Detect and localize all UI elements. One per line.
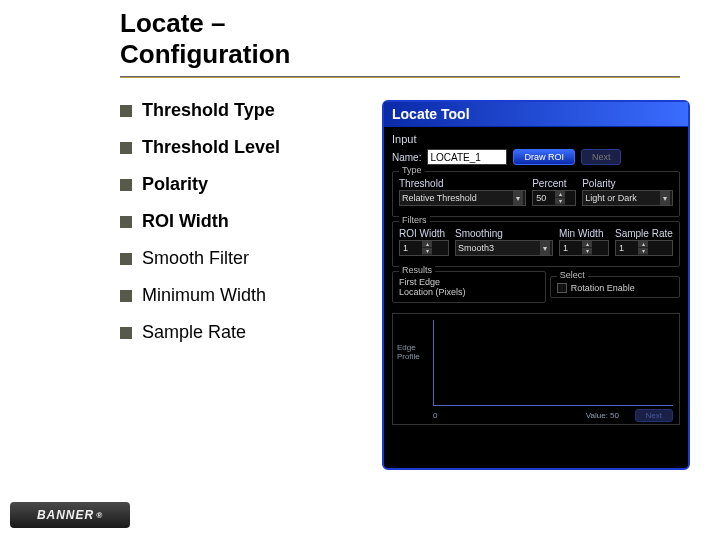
chevron-up-icon: ▴ xyxy=(422,241,432,248)
smoothing-value: Smooth3 xyxy=(458,243,494,253)
input-label: Input xyxy=(392,133,680,145)
threshold-label: Threshold xyxy=(399,178,526,189)
type-group: Type Threshold Relative Threshold ▾ Perc… xyxy=(392,171,680,217)
filters-group-title: Filters xyxy=(399,215,430,225)
bullet-text: Minimum Width xyxy=(142,285,266,306)
bullet-roi-width: ROI Width xyxy=(120,211,280,232)
graph-xzero: 0 xyxy=(433,411,437,420)
bullet-text: Sample Rate xyxy=(142,322,246,343)
bullet-smooth-filter: Smooth Filter xyxy=(120,248,280,269)
name-input[interactable] xyxy=(427,149,507,165)
chevron-down-icon: ▾ xyxy=(582,248,592,255)
rotation-enable-label: Rotation Enable xyxy=(571,283,635,293)
registered-icon: ® xyxy=(96,511,103,520)
percent-stepper[interactable]: 50 ▴▾ xyxy=(532,190,576,206)
sample-rate-stepper[interactable]: 1 ▴▾ xyxy=(615,240,673,256)
name-label: Name: xyxy=(392,152,421,163)
bullet-text: Threshold Type xyxy=(142,100,275,121)
title-line-2: Configuration xyxy=(120,39,290,69)
bullet-icon xyxy=(120,290,132,302)
roi-width-stepper[interactable]: 1 ▴▾ xyxy=(399,240,449,256)
results-text-l1: First Edge xyxy=(399,277,440,287)
bullet-text: Smooth Filter xyxy=(142,248,249,269)
bullet-threshold-level: Threshold Level xyxy=(120,137,280,158)
banner-logo: BANNER ® xyxy=(10,502,130,528)
threshold-select[interactable]: Relative Threshold ▾ xyxy=(399,190,526,206)
percent-value: 50 xyxy=(533,193,555,203)
chevron-up-icon: ▴ xyxy=(638,241,648,248)
bullet-minimum-width: Minimum Width xyxy=(120,285,280,306)
chevron-down-icon: ▾ xyxy=(638,248,648,255)
chevron-down-icon: ▾ xyxy=(422,248,432,255)
bullet-icon xyxy=(120,327,132,339)
locate-tool-panel: Locate Tool Input Name: Draw ROI Next Ty… xyxy=(382,100,690,470)
bullet-icon xyxy=(120,142,132,154)
bullet-polarity: Polarity xyxy=(120,174,280,195)
roi-width-value: 1 xyxy=(400,243,422,253)
bullet-icon xyxy=(120,179,132,191)
sample-rate-label: Sample Rate xyxy=(615,228,673,239)
results-group-title: Results xyxy=(399,265,435,275)
bullet-text: Polarity xyxy=(142,174,208,195)
next-button-top[interactable]: Next xyxy=(581,149,622,165)
filters-group: Filters ROI Width 1 ▴▾ Smoothing Smooth3… xyxy=(392,221,680,267)
graph-ylabel: Edge Profile xyxy=(397,344,420,362)
rotation-enable-row[interactable]: Rotation Enable xyxy=(557,283,673,293)
bullet-icon xyxy=(120,105,132,117)
chevron-up-icon: ▴ xyxy=(555,191,565,198)
slide-title: Locate – Configuration xyxy=(120,8,290,70)
percent-label: Percent xyxy=(532,178,576,189)
chevron-down-icon: ▾ xyxy=(660,191,670,205)
min-width-stepper[interactable]: 1 ▴▾ xyxy=(559,240,609,256)
smoothing-label: Smoothing xyxy=(455,228,553,239)
bullet-threshold-type: Threshold Type xyxy=(120,100,280,121)
select-group: Select Rotation Enable xyxy=(550,276,680,298)
min-width-value: 1 xyxy=(560,243,582,253)
bullet-icon xyxy=(120,253,132,265)
graph-axes xyxy=(433,320,673,406)
next-button-bottom[interactable]: Next xyxy=(635,409,673,422)
results-text-l2: Location (Pixels) xyxy=(399,287,466,297)
polarity-label: Polarity xyxy=(582,178,673,189)
chevron-down-icon: ▾ xyxy=(513,191,523,205)
graph-value: Value: 50 xyxy=(586,411,619,420)
chevron-down-icon: ▾ xyxy=(540,241,550,255)
edge-profile-graph: Edge Profile 0 Value: 50 Next xyxy=(392,313,680,425)
sample-rate-value: 1 xyxy=(616,243,638,253)
bullet-icon xyxy=(120,216,132,228)
draw-roi-button[interactable]: Draw ROI xyxy=(513,149,575,165)
polarity-select[interactable]: Light or Dark ▾ xyxy=(582,190,673,206)
smoothing-select[interactable]: Smooth3 ▾ xyxy=(455,240,553,256)
logo-text: BANNER xyxy=(37,508,94,522)
polarity-value: Light or Dark xyxy=(585,193,637,203)
panel-body: Input Name: Draw ROI Next Type Threshold… xyxy=(384,127,688,431)
title-line-1: Locate – xyxy=(120,8,226,38)
min-width-label: Min Width xyxy=(559,228,609,239)
bullet-text: ROI Width xyxy=(142,211,229,232)
chevron-down-icon: ▾ xyxy=(555,198,565,205)
select-group-title: Select xyxy=(557,270,588,280)
title-underline xyxy=(120,76,680,78)
bullet-text: Threshold Level xyxy=(142,137,280,158)
panel-title: Locate Tool xyxy=(392,106,470,122)
chevron-up-icon: ▴ xyxy=(582,241,592,248)
checkbox-icon xyxy=(557,283,567,293)
threshold-value: Relative Threshold xyxy=(402,193,477,203)
type-group-title: Type xyxy=(399,165,425,175)
results-group: Results First Edge Location (Pixels) xyxy=(392,271,546,303)
roi-width-label: ROI Width xyxy=(399,228,449,239)
bullet-list: Threshold Type Threshold Level Polarity … xyxy=(120,100,280,359)
panel-title-bar: Locate Tool xyxy=(384,102,688,127)
name-row: Name: Draw ROI Next xyxy=(392,149,680,165)
bullet-sample-rate: Sample Rate xyxy=(120,322,280,343)
